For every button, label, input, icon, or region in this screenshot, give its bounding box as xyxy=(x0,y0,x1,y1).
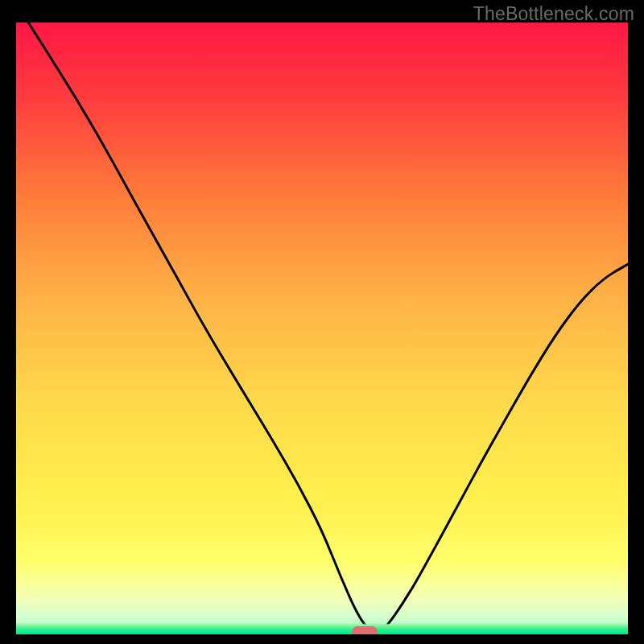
bottleneck-chart xyxy=(16,23,628,634)
watermark-text: TheBottleneck.com xyxy=(473,3,634,25)
plot-frame xyxy=(16,23,628,634)
optimal-point-marker xyxy=(352,626,378,634)
gradient-background xyxy=(16,23,628,634)
green-baseline-band xyxy=(16,623,628,634)
chart-container: TheBottleneck.com xyxy=(0,0,644,644)
